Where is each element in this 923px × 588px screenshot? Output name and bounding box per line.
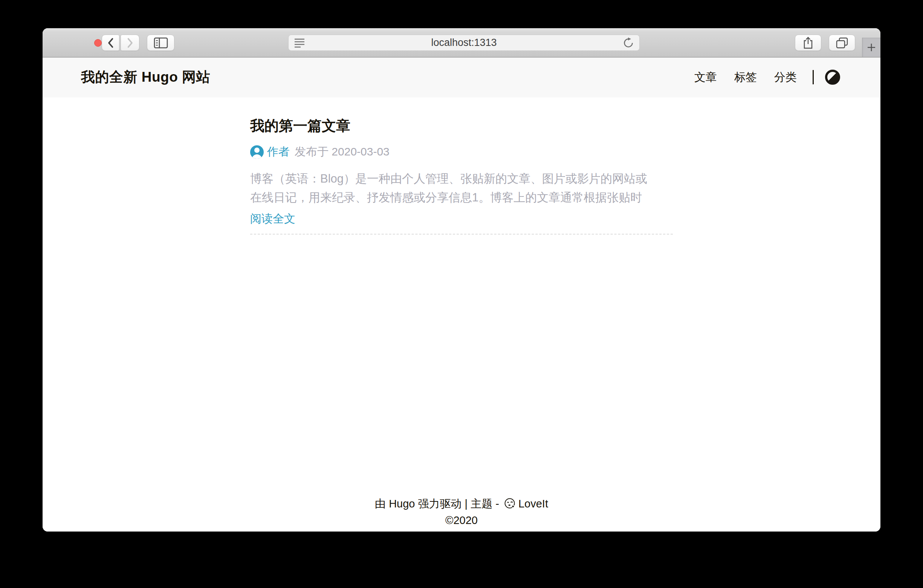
browser-toolbar: localhost:1313 <box>43 28 880 57</box>
footer-powered-line: 由 Hugo 强力驱动 | 主题 - LoveIt <box>43 495 880 512</box>
nav-item-categories[interactable]: 分类 <box>774 70 797 85</box>
tabs-icon <box>836 37 848 49</box>
summary-divider <box>250 234 673 234</box>
reload-icon[interactable] <box>623 37 634 49</box>
share-icon <box>803 36 813 49</box>
browser-window: localhost:1313 <box>43 28 880 532</box>
footer-powered-middle: 强力驱动 | 主题 - <box>415 498 502 510</box>
nav-item-tags[interactable]: 标签 <box>734 70 757 85</box>
url-text: localhost:1313 <box>305 37 623 49</box>
summary-line-1: 博客（英语：Blog）是一种由个人管理、张贴新的文章、图片或影片的网站或 <box>250 169 673 188</box>
post-title[interactable]: 我的第一篇文章 <box>250 118 673 134</box>
plus-icon <box>867 43 876 52</box>
traffic-light-close[interactable] <box>94 39 102 47</box>
theme-link[interactable]: LoveIt <box>518 498 548 510</box>
main-nav: 文章 标签 分类 <box>677 70 840 85</box>
site-footer: 由 Hugo 强力驱动 | 主题 - LoveIt ©2020 <box>43 495 880 532</box>
post-meta: 作者 发布于 2020-03-03 <box>250 144 673 160</box>
author-link[interactable]: 作者 <box>267 144 290 160</box>
kiss-wink-heart-icon <box>504 498 516 510</box>
hugo-link[interactable]: Hugo <box>389 498 415 510</box>
chevron-left-icon <box>107 37 115 49</box>
footer-powered-prefix: 由 <box>375 498 389 510</box>
tab-overview-button[interactable] <box>829 34 855 51</box>
theme-toggle-icon[interactable] <box>825 70 840 85</box>
post-summary: 博客（英语：Blog）是一种由个人管理、张贴新的文章、图片或影片的网站或 在线日… <box>250 169 673 207</box>
summary-line-2: 在线日记，用来纪录、抒发情感或分享信息1。博客上的文章通常根据张贴时 <box>250 188 673 207</box>
site-title[interactable]: 我的全新 Hugo 网站 <box>81 68 210 87</box>
reader-mode-icon[interactable] <box>294 38 305 48</box>
post-card: 我的第一篇文章 作者 发布于 2020-03-03 博客（英语：Blog）是一种… <box>250 118 673 234</box>
url-field[interactable]: localhost:1313 <box>288 34 640 51</box>
read-more-link[interactable]: 阅读全文 <box>250 211 296 227</box>
author-avatar-icon[interactable] <box>250 145 264 159</box>
site-header: 我的全新 Hugo 网站 文章 标签 分类 <box>43 57 880 97</box>
publish-date: 发布于 2020-03-03 <box>295 144 389 160</box>
sidebar-toggle-button[interactable] <box>147 34 174 51</box>
new-tab-button[interactable] <box>862 38 880 57</box>
page-content: 我的第一篇文章 作者 发布于 2020-03-03 博客（英语：Blog）是一种… <box>43 97 880 532</box>
back-button[interactable] <box>102 34 120 51</box>
nav-item-posts[interactable]: 文章 <box>694 70 717 85</box>
sidebar-icon <box>154 37 168 49</box>
chevron-right-icon <box>126 37 134 49</box>
forward-button[interactable] <box>121 34 140 51</box>
nav-divider <box>813 70 814 84</box>
copyright: ©2020 <box>43 512 880 529</box>
share-button[interactable] <box>795 34 821 51</box>
